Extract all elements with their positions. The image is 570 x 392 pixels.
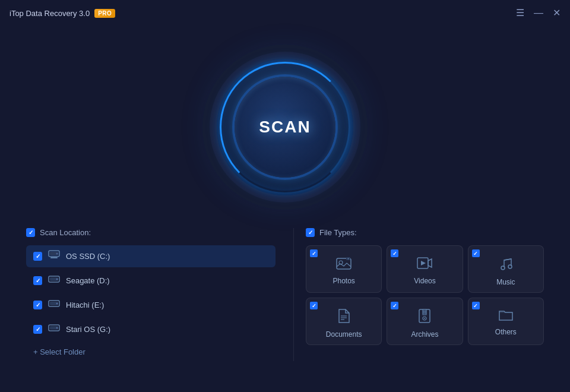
drive-g-name: Stari OS (G:) xyxy=(66,325,110,334)
drive-c-icon xyxy=(48,250,60,263)
file-type-documents[interactable]: Documents xyxy=(306,298,382,345)
file-type-videos[interactable]: Videos xyxy=(387,245,463,293)
select-folder-button[interactable]: + Select Folder xyxy=(26,343,276,361)
panel-divider xyxy=(293,228,294,361)
drive-d-icon xyxy=(48,274,60,287)
videos-icon xyxy=(417,257,432,273)
minimize-icon[interactable]: — xyxy=(534,8,543,18)
music-icon xyxy=(499,257,512,274)
drive-c-name: OS SSD (C:) xyxy=(66,252,110,261)
archives-checkbox[interactable] xyxy=(391,302,398,309)
file-types-header: File Types: xyxy=(306,228,544,237)
scan-outer-ring: SCAN xyxy=(217,59,353,195)
drive-list: OS SSD (C:) Seagate (D:) xyxy=(26,245,276,340)
svg-point-22 xyxy=(508,265,512,268)
scan-location-panel: Scan Location: OS SSD (C:) xyxy=(26,228,287,361)
titlebar: iTop Data Recovery 3.0 PRO ☰ — ✕ xyxy=(0,0,570,26)
svg-point-21 xyxy=(501,266,505,270)
others-checkbox[interactable] xyxy=(472,302,480,309)
scan-button-container: SCAN xyxy=(24,26,546,228)
drive-d-checkbox[interactable] xyxy=(33,276,42,285)
file-type-archives[interactable]: Archives xyxy=(387,298,463,345)
svg-point-31 xyxy=(424,318,425,319)
videos-label: Videos xyxy=(414,277,435,285)
svg-point-11 xyxy=(56,303,57,304)
select-folder-label: + Select Folder xyxy=(33,347,86,356)
svg-rect-3 xyxy=(50,257,58,258)
svg-point-2 xyxy=(56,253,58,255)
drive-c-checkbox[interactable] xyxy=(33,252,42,261)
drive-item-c[interactable]: OS SSD (C:) xyxy=(26,245,276,267)
svg-point-7 xyxy=(56,279,57,279)
drive-d-name: Seagate (D:) xyxy=(66,276,110,285)
titlebar-controls: ☰ — ✕ xyxy=(516,8,560,18)
file-types-checkbox[interactable] xyxy=(306,228,315,237)
music-checkbox[interactable] xyxy=(472,249,480,257)
scan-location-checkbox[interactable] xyxy=(26,228,35,237)
drive-e-checkbox[interactable] xyxy=(33,301,42,309)
documents-checkbox[interactable] xyxy=(310,302,318,309)
scan-button[interactable]: SCAN xyxy=(235,77,335,178)
file-type-others[interactable]: Others xyxy=(468,298,544,345)
titlebar-left: iTop Data Recovery 3.0 PRO xyxy=(10,9,115,18)
drive-e-name: Hitachi (E:) xyxy=(66,301,104,309)
music-label: Music xyxy=(496,278,515,286)
drive-item-e[interactable]: Hitachi (E:) xyxy=(26,294,276,316)
bottom-panel: Scan Location: OS SSD (C:) xyxy=(24,228,546,361)
archives-label: Archives xyxy=(411,330,438,339)
drive-item-g[interactable]: Stari OS (G:) xyxy=(26,318,276,340)
others-icon xyxy=(499,309,513,324)
documents-icon xyxy=(338,309,350,327)
app-title: iTop Data Recovery 3.0 xyxy=(10,9,90,18)
file-types-title: File Types: xyxy=(319,228,357,237)
scan-label: SCAN xyxy=(259,118,311,137)
videos-checkbox[interactable] xyxy=(391,249,398,257)
documents-label: Documents xyxy=(326,330,362,339)
file-type-music[interactable]: Music xyxy=(468,245,544,293)
pro-badge: PRO xyxy=(94,9,115,18)
photos-icon xyxy=(336,257,352,273)
photos-checkbox[interactable] xyxy=(310,249,318,257)
scan-location-header: Scan Location: xyxy=(26,228,276,237)
svg-rect-29 xyxy=(423,313,426,315)
archives-icon xyxy=(419,309,430,327)
main-content: SCAN Scan Location: xyxy=(0,26,570,361)
svg-point-15 xyxy=(56,327,57,328)
file-types-panel: File Types: Photos xyxy=(300,228,544,361)
scan-location-title: Scan Location: xyxy=(40,228,91,237)
drive-g-checkbox[interactable] xyxy=(33,325,42,334)
close-icon[interactable]: ✕ xyxy=(553,8,560,18)
photos-label: Photos xyxy=(332,277,354,285)
file-type-photos[interactable]: Photos xyxy=(306,245,382,293)
menu-icon[interactable]: ☰ xyxy=(516,8,524,18)
svg-line-20 xyxy=(504,259,511,260)
drive-g-icon xyxy=(48,323,60,336)
drive-e-icon xyxy=(48,299,60,311)
file-type-grid: Photos Videos xyxy=(306,245,544,345)
others-label: Others xyxy=(495,328,517,336)
drive-item-d[interactable]: Seagate (D:) xyxy=(26,270,276,292)
